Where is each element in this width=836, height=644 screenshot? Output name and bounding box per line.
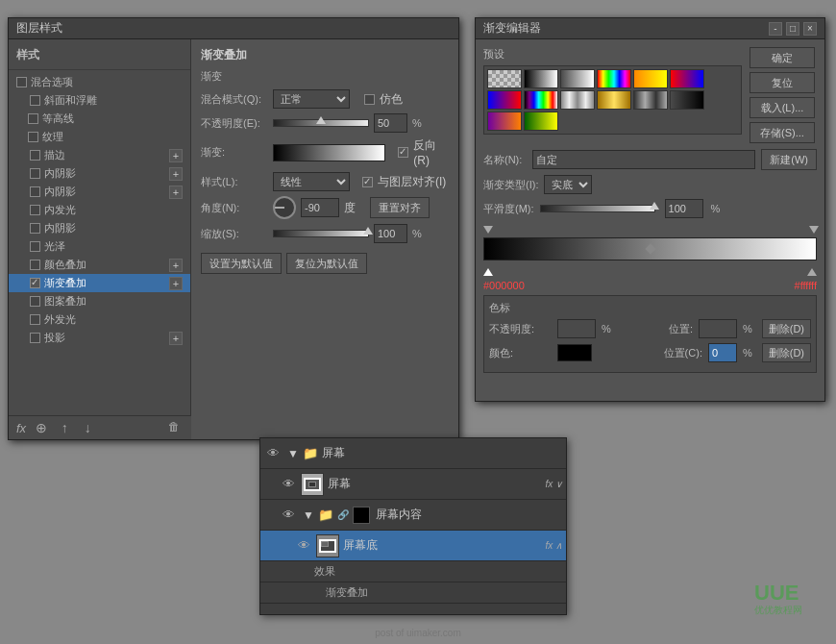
- sidebar-item-outer-glow[interactable]: 外发光: [9, 310, 190, 329]
- stop-position-input[interactable]: [699, 319, 737, 338]
- eye-icon-screen-group[interactable]: 👁: [264, 445, 282, 462]
- opacity-stop-left[interactable]: [483, 226, 493, 234]
- ge-save-btn[interactable]: 存储(S)...: [750, 122, 815, 143]
- stop-color-position-input[interactable]: [708, 343, 737, 362]
- stop-color-label: 颜色:: [489, 346, 552, 360]
- preset-black-white[interactable]: [524, 69, 558, 88]
- ge-minimize-btn[interactable]: -: [769, 22, 782, 36]
- checkbox-dither[interactable]: [364, 94, 375, 105]
- ge-type-select[interactable]: 实底: [544, 175, 592, 194]
- expand-arrow-screen-group[interactable]: ▼: [287, 447, 299, 460]
- sidebar-item-contour[interactable]: 等高线: [9, 110, 190, 128]
- ge-close-btn[interactable]: ×: [803, 22, 817, 36]
- preset-gold[interactable]: [597, 90, 631, 110]
- fx-bar-container: fx ⊕ ↑ ↓ 🗑: [9, 415, 191, 439]
- sidebar-item-inner-shadow2[interactable]: 内发光: [9, 201, 190, 219]
- add-style-icon[interactable]: ⊕: [34, 420, 49, 435]
- color-overlay-plus-btn[interactable]: +: [169, 259, 183, 272]
- opacity-slider[interactable]: [273, 119, 369, 127]
- angle-circle[interactable]: [273, 196, 296, 219]
- set-default-btn[interactable]: 设置为默认值: [201, 253, 282, 274]
- gradient-preview[interactable]: [273, 144, 385, 161]
- stop-opacity-input[interactable]: [557, 319, 596, 338]
- move-up-icon[interactable]: ↑: [57, 420, 72, 435]
- sidebar-item-inner-glow[interactable]: 内阴影 +: [9, 183, 190, 201]
- sidebar-item-color-overlay[interactable]: 颜色叠加 +: [9, 256, 190, 274]
- preset-green-yellow[interactable]: [524, 111, 558, 131]
- color-stop-right[interactable]: [807, 268, 817, 276]
- pattern-overlay-label: 图案叠加: [44, 294, 86, 309]
- smooth-input[interactable]: [665, 199, 703, 218]
- layer-row-screen-group[interactable]: 👁 ▼ 📁 屏幕: [260, 438, 566, 469]
- layer-row-screen[interactable]: 👁 屏幕 fx ∨: [260, 469, 566, 500]
- gradient-midpoint: [645, 243, 655, 254]
- scale-slider[interactable]: [273, 230, 369, 237]
- eye-icon-screen-bottom[interactable]: 👁: [295, 537, 312, 555]
- gradient-overlay-plus-btn[interactable]: +: [169, 277, 183, 290]
- stop-color-swatch[interactable]: [557, 344, 592, 361]
- inner-shadow-plus-btn[interactable]: +: [169, 167, 183, 181]
- ge-reset-btn[interactable]: 复位: [750, 72, 815, 93]
- preset-spectrum[interactable]: [524, 90, 558, 110]
- ge-window-controls: - □ ×: [769, 22, 817, 36]
- ge-name-input[interactable]: [532, 150, 755, 169]
- preset-violet-orange[interactable]: [487, 111, 522, 131]
- move-down-icon[interactable]: ↓: [80, 420, 95, 435]
- smooth-slider[interactable]: [540, 205, 655, 212]
- preset-transparent-white[interactable]: [560, 69, 595, 88]
- scale-input[interactable]: [374, 224, 407, 243]
- stop-delete-btn[interactable]: 删除(D): [762, 319, 811, 338]
- reset-align-btn[interactable]: 重置对齐: [370, 197, 430, 218]
- sidebar-item-gradient-overlay[interactable]: 渐变叠加 +: [9, 274, 190, 292]
- drop-shadow-plus-btn[interactable]: +: [169, 332, 183, 345]
- ge-confirm-btn[interactable]: 确定: [750, 47, 815, 68]
- stop-color-delete-btn[interactable]: 删除(D): [762, 343, 811, 362]
- preset-rainbow[interactable]: [597, 69, 631, 88]
- preset-red-blue[interactable]: [670, 69, 704, 88]
- ge-load-btn[interactable]: 载入(L)...: [750, 97, 815, 118]
- sidebar-item-drop-shadow[interactable]: 投影 +: [9, 329, 190, 347]
- eye-icon-screen[interactable]: 👁: [280, 476, 297, 493]
- watermark-logo: UUE: [754, 582, 802, 604]
- layer-row-screen-content-group[interactable]: 👁 ▼ 📁 🔗 屏幕内容: [260, 500, 566, 531]
- sidebar-item-bevel[interactable]: 斜面和浮雕: [9, 91, 190, 110]
- checkbox-inner-shadow2: [30, 205, 40, 215]
- sidebar-item-stroke[interactable]: 描边 +: [9, 146, 190, 164]
- stroke-plus-btn[interactable]: +: [169, 149, 183, 162]
- reset-default-btn[interactable]: 复位为默认值: [286, 253, 367, 274]
- blend-mode-select[interactable]: 正常: [273, 89, 350, 109]
- opacity-input[interactable]: [374, 113, 407, 133]
- opacity-stop-right[interactable]: [809, 226, 819, 234]
- ge-new-btn[interactable]: 新建(W): [761, 149, 817, 170]
- sidebar-item-inner-glow2[interactable]: 内阴影: [9, 219, 190, 237]
- inner-shadow2-label: 内发光: [44, 203, 76, 217]
- expand-arrow-screen-content[interactable]: ▼: [303, 508, 314, 522]
- preset-chrome[interactable]: [633, 90, 668, 110]
- gradient-overlay-title: 渐变叠加: [201, 47, 449, 63]
- inner-glow2-label: 内阴影: [44, 221, 76, 235]
- preset-orange-yellow[interactable]: [633, 69, 668, 88]
- sidebar-item-blending-options[interactable]: 混合选项: [9, 73, 190, 91]
- sidebar-item-texture[interactable]: 纹理: [9, 128, 190, 146]
- preset-transparent-black[interactable]: [670, 90, 704, 110]
- preset-checkerboard[interactable]: [487, 69, 522, 88]
- preset-silver[interactable]: [560, 90, 595, 110]
- ge-name-row: 名称(N): 新建(W): [483, 149, 817, 170]
- eye-icon-screen-content[interactable]: 👁: [280, 507, 297, 524]
- checkbox-reverse[interactable]: [398, 147, 408, 158]
- angle-input[interactable]: [301, 198, 339, 217]
- delete-style-icon[interactable]: 🗑: [168, 420, 184, 435]
- checkbox-pattern-overlay: [30, 296, 40, 307]
- sidebar-item-pattern-overlay[interactable]: 图案叠加: [9, 292, 190, 310]
- layer-row-screen-bottom[interactable]: 👁 屏幕底 fx ∧: [260, 531, 566, 561]
- ge-maximize-btn[interactable]: □: [786, 22, 799, 36]
- fx-label: fx: [16, 421, 26, 435]
- preset-blue-red[interactable]: [487, 90, 522, 110]
- sidebar-item-satin[interactable]: 光泽: [9, 237, 190, 256]
- sidebar-item-inner-shadow[interactable]: 内阴影 +: [9, 164, 190, 183]
- inner-glow-plus-btn[interactable]: +: [169, 186, 183, 199]
- color-stop-left[interactable]: [483, 268, 493, 276]
- checkbox-align[interactable]: [362, 177, 373, 187]
- gradient-bar[interactable]: [483, 237, 817, 260]
- style-select[interactable]: 线性: [273, 172, 350, 191]
